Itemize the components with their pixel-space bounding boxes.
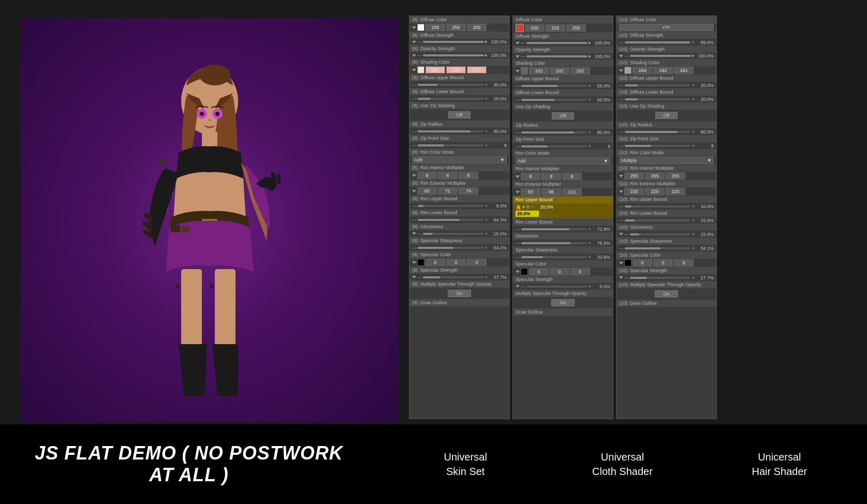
diffuse-upper-minus-hair[interactable]: — <box>619 83 624 88</box>
rim-interior-b-skin[interactable]: 8 <box>459 172 478 179</box>
glossiness-plus-cloth[interactable]: + <box>588 240 591 246</box>
shading-b-skin[interactable]: 217 <box>467 66 487 73</box>
zip-radius-plus-cloth[interactable]: + <box>588 129 591 135</box>
rim-exterior-r-hair[interactable]: 220 <box>624 188 644 195</box>
shading-g-cloth[interactable]: 102 <box>550 67 569 75</box>
diffuse-lower-plus-skin[interactable]: + <box>484 96 488 101</box>
zip-shading-toggle-skin[interactable]: Off <box>448 111 471 118</box>
shading-g-hair[interactable]: 162 <box>653 67 673 74</box>
spec-color-arrow-skin[interactable] <box>412 261 416 264</box>
rim-lower-slider-hair[interactable] <box>625 219 690 221</box>
spec-strength-arrow-hair[interactable] <box>619 276 623 279</box>
spec-sharp-plus-hair[interactable]: + <box>692 245 695 251</box>
diffuse-lower-slider-hair[interactable] <box>625 98 690 100</box>
spec-g-hair[interactable]: 0 <box>653 259 673 266</box>
zip-radius-plus-skin[interactable]: + <box>484 128 488 134</box>
glossiness-arrow-hair[interactable] <box>619 233 623 235</box>
spec-g-skin[interactable]: 0 <box>446 259 466 266</box>
rim-interior-arrow-skin[interactable] <box>412 174 416 177</box>
spec-b-skin[interactable]: 0 <box>467 259 487 266</box>
spec-sharp-plus-skin[interactable]: + <box>484 245 488 250</box>
diffuse-strength-right-cloth[interactable] <box>589 41 591 45</box>
opacity-minus-cloth[interactable]: — <box>521 54 525 59</box>
glossiness-slider-skin[interactable] <box>423 233 483 235</box>
rim-lower-minus-hair[interactable]: — <box>619 218 624 223</box>
diffuse-r-cloth[interactable]: 255 <box>525 24 545 32</box>
spec-color-arrow-hair[interactable] <box>619 262 623 264</box>
rim-exterior-arrow-hair[interactable] <box>619 190 623 193</box>
opacity-right-skin[interactable] <box>485 54 488 57</box>
glossiness-slider-cloth[interactable] <box>521 242 587 244</box>
rim-upper-plus-skin[interactable]: + <box>484 203 488 209</box>
rim-lower-slider-cloth[interactable] <box>521 228 587 230</box>
opacity-right-cloth[interactable] <box>589 55 591 58</box>
glossiness-minus-skin[interactable]: — <box>417 231 422 236</box>
rim-lower-minus-skin[interactable]: — <box>412 217 417 223</box>
spec-strength-arrow-cloth[interactable] <box>516 285 520 288</box>
spec-sharp-slider-hair[interactable] <box>625 247 690 249</box>
rim-exterior-g-cloth[interactable]: 96 <box>541 188 561 196</box>
rim-interior-r-cloth[interactable]: 8 <box>521 173 540 180</box>
diffuse-g-skin[interactable]: 255 <box>446 24 466 31</box>
diffuse-strength-arrow-cloth[interactable] <box>516 42 520 45</box>
spec-strength-slider-hair[interactable] <box>630 277 690 279</box>
diffuse-swatch-skin[interactable] <box>417 24 424 31</box>
zip-point-slider-cloth[interactable] <box>521 145 587 147</box>
rim-lower-plus-hair[interactable]: + <box>692 217 695 223</box>
zip-shading-toggle-hair[interactable]: Off <box>655 112 678 119</box>
glossiness-slider-hair[interactable] <box>630 233 690 235</box>
spec-strength-plus-hair[interactable]: + <box>692 275 695 280</box>
rim-lower-plus-skin[interactable]: + <box>484 217 488 223</box>
zip-point-plus-skin[interactable]: + <box>484 142 488 148</box>
shading-g-skin[interactable]: 220 <box>446 66 466 73</box>
zip-shading-toggle-cloth[interactable]: Off <box>552 112 575 120</box>
rim-upper-slider-hair[interactable] <box>625 205 690 207</box>
spec-color-arrow-cloth[interactable] <box>516 271 520 273</box>
opacity-minus-skin[interactable]: — <box>417 53 422 58</box>
diffuse-strength-plus-hair[interactable]: + <box>692 39 695 45</box>
diffuse-lower-minus-skin[interactable]: — <box>412 96 417 101</box>
diffuse-upper-minus-skin[interactable]: — <box>412 82 417 87</box>
spec-sharp-slider-cloth[interactable] <box>521 256 587 258</box>
shading-swatch-skin[interactable] <box>417 66 424 73</box>
rim-interior-arrow-cloth[interactable] <box>516 175 520 178</box>
diffuse-b-cloth[interactable]: 255 <box>566 24 586 32</box>
spec-sharp-plus-cloth[interactable]: + <box>588 254 591 260</box>
rim-interior-r-hair[interactable]: 255 <box>624 172 644 180</box>
glossiness-minus-hair[interactable]: — <box>624 232 629 237</box>
diffuse-r-skin[interactable]: 255 <box>425 24 445 31</box>
rim-upper-plus-cloth[interactable]: + <box>531 204 534 210</box>
diffuse-lower-plus-cloth[interactable]: + <box>588 97 591 102</box>
diffuse-upper-plus-hair[interactable]: + <box>692 82 695 88</box>
rim-interior-g-cloth[interactable]: 8 <box>541 173 561 180</box>
shading-b-hair[interactable]: 161 <box>674 67 694 74</box>
rim-color-mode-dropdown-hair[interactable]: Multiply ▼ <box>619 157 714 164</box>
diffuse-g-cloth[interactable]: 255 <box>546 24 565 32</box>
opacity-arrow-hair[interactable] <box>619 55 623 57</box>
rim-exterior-arrow-skin[interactable] <box>412 190 416 192</box>
diffuse-strength-arrow-skin[interactable] <box>412 41 416 43</box>
spec-r-hair[interactable]: 0 <box>633 259 652 266</box>
rim-lower-plus-cloth[interactable]: + <box>588 226 591 232</box>
multiply-spec-toggle-skin[interactable]: On <box>448 290 471 297</box>
zip-point-plus-cloth[interactable]: + <box>588 143 591 149</box>
diffuse-strength-minus-cloth[interactable]: — <box>521 40 525 46</box>
rim-interior-g-hair[interactable]: 255 <box>645 172 665 180</box>
rim-interior-b-cloth[interactable]: 8 <box>562 173 582 180</box>
diffuse-strength-minus-hair[interactable]: — <box>619 40 624 45</box>
zip-radius-minus-skin[interactable]: — <box>412 129 417 134</box>
rim-exterior-g-skin[interactable]: 71 <box>438 187 458 195</box>
rim-exterior-g-hair[interactable]: 220 <box>645 188 665 195</box>
spec-color-swatch-skin[interactable] <box>417 259 424 266</box>
spec-strength-minus-cloth[interactable]: — <box>521 284 525 289</box>
glossiness-plus-hair[interactable]: + <box>692 231 695 237</box>
rim-upper-input-cloth[interactable] <box>516 211 539 217</box>
spec-sharp-slider-skin[interactable] <box>418 247 483 249</box>
shading-arrow-hair[interactable] <box>619 69 623 72</box>
zip-radius-slider-cloth[interactable] <box>521 131 587 134</box>
spec-strength-plus-cloth[interactable]: + <box>588 284 591 289</box>
diffuse-strength-right-skin[interactable] <box>485 40 488 43</box>
opacity-right-hair[interactable] <box>692 54 695 57</box>
rim-interior-r-skin[interactable]: 8 <box>417 172 437 179</box>
shading-b-cloth[interactable]: 102 <box>570 67 590 75</box>
